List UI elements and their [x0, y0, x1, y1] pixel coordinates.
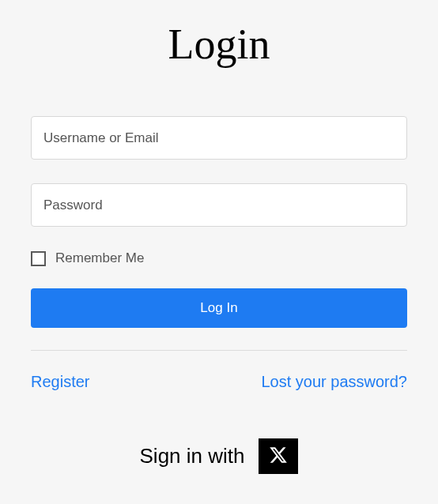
x-signin-button[interactable] [259, 438, 298, 474]
register-link[interactable]: Register [31, 373, 89, 391]
lost-password-link[interactable]: Lost your password? [261, 373, 407, 391]
social-signin-row: Sign in with [31, 438, 407, 474]
signin-with-text: Sign in with [140, 444, 245, 468]
login-button[interactable]: Log In [31, 288, 407, 328]
remember-row: Remember Me [31, 250, 407, 266]
links-row: Register Lost your password? [31, 373, 407, 391]
remember-checkbox[interactable] [31, 251, 46, 266]
page-title: Login [31, 20, 407, 69]
username-field[interactable] [31, 116, 407, 160]
x-icon [269, 446, 288, 468]
password-field[interactable] [31, 183, 407, 227]
remember-label: Remember Me [55, 250, 144, 266]
divider [31, 350, 407, 351]
